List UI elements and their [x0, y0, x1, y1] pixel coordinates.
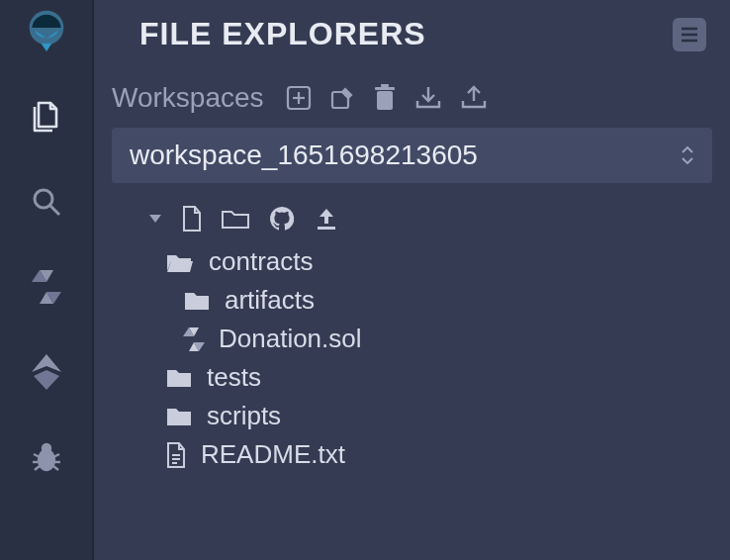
svg-line-9 [35, 466, 40, 470]
folder-icon [165, 367, 193, 389]
vertical-icon-bar [0, 0, 94, 560]
create-workspace-icon[interactable] [286, 85, 312, 111]
github-icon[interactable] [268, 205, 296, 233]
files-icon[interactable] [23, 93, 70, 140]
svg-point-4 [43, 444, 50, 452]
tree-item-label: scripts [207, 401, 281, 431]
file-tree: contractsartifactsDonation.soltestsscrip… [112, 201, 712, 474]
tree-item-label: README.txt [201, 439, 345, 470]
workspaces-label: Workspaces [112, 82, 264, 114]
search-icon[interactable] [23, 178, 70, 226]
logo-icon[interactable] [23, 8, 70, 55]
svg-line-2 [50, 206, 59, 215]
tree-item[interactable]: scripts [147, 397, 712, 435]
delete-workspace-icon[interactable] [373, 84, 397, 112]
folder-icon [183, 290, 211, 312]
panel-header: FILE EXPLORERS [112, 12, 712, 74]
svg-rect-18 [377, 91, 393, 110]
svg-line-10 [53, 466, 58, 470]
svg-rect-20 [381, 84, 389, 87]
file-text-icon [165, 441, 187, 469]
upload-workspace-icon[interactable] [460, 85, 488, 111]
upload-file-icon[interactable] [314, 206, 339, 232]
select-chevron-icon [681, 146, 694, 164]
tree-item-label: tests [207, 362, 261, 393]
workspace-toolbar [286, 84, 488, 112]
tree-item[interactable]: contracts [147, 242, 712, 281]
tree-item-label: Donation.sol [219, 324, 362, 354]
new-file-icon[interactable] [181, 205, 203, 233]
panel-title: FILE EXPLORERS [139, 16, 426, 52]
tree-item[interactable]: README.txt [147, 435, 712, 474]
workspace-select[interactable]: workspace_1651698213605 [112, 128, 712, 183]
collapse-caret-icon[interactable] [147, 213, 163, 225]
tree-item[interactable]: tests [147, 358, 712, 397]
svg-rect-19 [375, 87, 395, 90]
rename-workspace-icon[interactable] [329, 85, 355, 111]
folder-open-icon [165, 250, 195, 274]
workspaces-row: Workspaces [112, 74, 712, 128]
file-explorer-panel: FILE EXPLORERS Workspaces [94, 0, 730, 560]
download-workspace-icon[interactable] [414, 85, 442, 111]
debugger-icon[interactable] [23, 433, 70, 481]
tree-toolbar [147, 201, 712, 242]
svg-point-1 [35, 190, 52, 208]
deploy-icon[interactable] [23, 348, 70, 396]
tree-item-label: contracts [209, 246, 314, 277]
folder-icon [165, 406, 193, 427]
tree-item-label: artifacts [225, 285, 315, 316]
tree-item[interactable]: artifacts [147, 281, 712, 320]
solidity-compiler-icon[interactable] [23, 263, 70, 311]
panel-menu-button[interactable] [673, 18, 706, 51]
new-folder-icon[interactable] [221, 207, 250, 231]
workspace-selected-value: workspace_1651698213605 [130, 140, 478, 171]
solidity-icon [183, 326, 205, 353]
tree-item[interactable]: Donation.sol [147, 320, 712, 358]
svg-rect-23 [318, 227, 335, 230]
